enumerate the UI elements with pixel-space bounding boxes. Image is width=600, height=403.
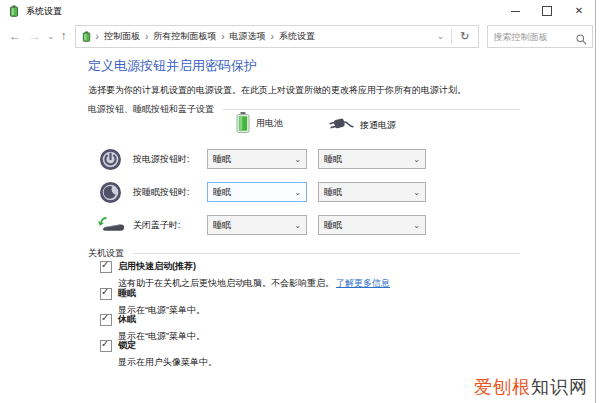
back-button[interactable]: ← [5,30,25,42]
hibernate-checkbox[interactable]: ✓ [100,314,112,326]
page-description: 选择要为你的计算机设置的电源设置。在此页上对设置所做的更改将应用于你所有的电源计… [88,84,466,97]
power-options-app-icon [8,5,20,17]
page-title: 定义电源按钮并启用密码保护 [88,57,257,75]
section-buttons-and-lid-label: 电源按钮、睡眠按钮和盖子设置 [88,103,214,116]
learn-more-link[interactable]: 了解更多信息 [336,278,390,288]
power-button-icon [88,148,133,171]
sleep-button-icon [88,181,133,204]
watermark-rest: 知识网 [531,377,588,397]
power-button-plugged-in-select[interactable]: 睡眠 ⌄ [318,149,426,169]
selected-value: 睡眠 [213,219,231,232]
selected-value: 睡眠 [213,186,231,199]
sleep-checkbox[interactable]: ✓ [100,288,112,300]
chevron-down-icon: ⌄ [413,221,420,230]
sleep-button-on-battery-select[interactable]: 睡眠 ⌄ [207,182,307,202]
row-close-lid: 关闭盖子时: 睡眠 ⌄ 睡眠 ⌄ [88,212,520,238]
site-watermark: 爱刨根知识网 [474,375,588,399]
sleep-button-plugged-in-select[interactable]: 睡眠 ⌄ [318,182,426,202]
checkbox-item-lock: ✓ 锁定 显示在用户头像菜单中。 [100,339,217,369]
column-header-plugged-in: 接通电源 [328,116,396,134]
address-bar[interactable]: › 控制面板 › 所有控制面板项 › 电源选项 › 系统设置 ⌄ ↻ [75,25,479,48]
search-box[interactable] [487,25,593,48]
selected-value: 睡眠 [324,219,342,232]
navigation-bar: ← → ⌄ ↑ › 控制面板 › 所有控制面板项 › 电源选项 › 系统设置 ⌄… [0,22,595,50]
selected-value: 睡眠 [324,186,342,199]
section-buttons-and-lid: 电源按钮、睡眠按钮和盖子设置 [88,103,520,116]
breadcrumb-control-panel[interactable]: 控制面板 [103,28,141,45]
window-title: 系统设置 [26,5,62,18]
close-lid-plugged-in-select[interactable]: 睡眠 ⌄ [318,215,426,235]
lock-checkbox[interactable]: ✓ [100,340,112,352]
forward-button[interactable]: → [25,30,45,42]
search-icon[interactable] [576,31,587,49]
breadcrumb-all-items[interactable]: 所有控制面板项 [152,28,217,45]
chevron-down-icon: ⌄ [294,221,301,230]
checkmark-icon: ✓ [101,286,109,297]
breadcrumb: › 控制面板 › 所有控制面板项 › 电源选项 › 系统设置 [92,28,430,45]
search-input[interactable] [488,27,574,46]
selected-value: 睡眠 [324,153,342,166]
minimize-button[interactable] [499,0,531,22]
checkbox-item-fast-startup: ✓ 启用快速启动(推荐) 这有助于在关机之后更快地启动电脑。不会影响重启。了解更… [100,260,390,290]
row-label-sleep-button: 按睡眠按钮时: [133,186,207,199]
column-header-on-battery: 用电池 [236,112,283,135]
breadcrumb-separator-icon: › [141,31,152,42]
breadcrumb-separator-icon: › [217,31,228,42]
minimize-icon [511,11,520,12]
section-rule [133,253,520,254]
breadcrumb-separator-icon: › [267,31,278,42]
breadcrumb-power-options[interactable]: 电源选项 [229,28,267,45]
lock-label[interactable]: 锁定 [118,339,217,352]
chevron-down-icon: ⌄ [413,188,420,197]
refresh-icon[interactable]: ↻ [452,30,477,43]
maximize-button[interactable] [531,0,563,22]
row-power-button: 按电源按钮时: 睡眠 ⌄ 睡眠 ⌄ [88,146,520,172]
sleep-label[interactable]: 睡眠 [118,287,205,300]
history-dropdown-icon[interactable]: ⌄ [45,32,57,41]
row-sleep-button: 按睡眠按钮时: 睡眠 ⌄ 睡眠 ⌄ [88,179,520,205]
address-dropdown-icon[interactable]: ⌄ [430,31,452,41]
breadcrumb-app-icon [81,31,92,42]
chevron-down-icon: ⌄ [413,155,420,164]
battery-icon [236,112,250,135]
checkmark-icon: ✓ [101,259,109,270]
watermark-highlight: 爱刨根 [474,377,531,397]
fast-startup-label[interactable]: 启用快速启动(推荐) [118,260,390,273]
close-lid-on-battery-select[interactable]: 睡眠 ⌄ [207,215,307,235]
column-label-on-battery: 用电池 [256,117,283,130]
checkmark-icon: ✓ [101,338,109,349]
row-label-power-button: 按电源按钮时: [133,153,207,166]
row-label-close-lid: 关闭盖子时: [133,219,207,232]
hibernate-label[interactable]: 休眠 [118,313,205,326]
section-rule [223,109,520,110]
fast-startup-checkbox[interactable]: ✓ [100,261,112,273]
chevron-down-icon: ⌄ [294,188,301,197]
lock-description: 显示在用户头像菜单中。 [118,356,217,369]
selected-value: 睡眠 [213,153,231,166]
chevron-down-icon: ⌄ [294,155,301,164]
system-settings-window: 系统设置 ✕ ← → ⌄ ↑ › 控制面板 › 所有控制面板项 › 电源选项 ›… [0,0,596,403]
column-label-plugged-in: 接通电源 [360,119,396,132]
power-button-on-battery-select[interactable]: 睡眠 ⌄ [207,149,307,169]
close-button[interactable]: ✕ [563,0,595,22]
plug-icon [328,116,354,134]
close-icon: ✕ [575,6,583,16]
title-bar: 系统设置 ✕ [0,0,595,22]
up-button[interactable]: ↑ [57,30,71,42]
laptop-lid-icon [88,215,133,236]
section-shutdown-settings: 关机设置 [88,247,520,260]
page-content: 定义电源按钮并启用密码保护 选择要为你的计算机设置的电源设置。在此页上对设置所做… [0,50,596,403]
breadcrumb-separator-icon: › [92,31,103,42]
maximize-icon [542,6,552,16]
checkmark-icon: ✓ [101,312,109,323]
breadcrumb-system-settings[interactable]: 系统设置 [278,28,316,45]
